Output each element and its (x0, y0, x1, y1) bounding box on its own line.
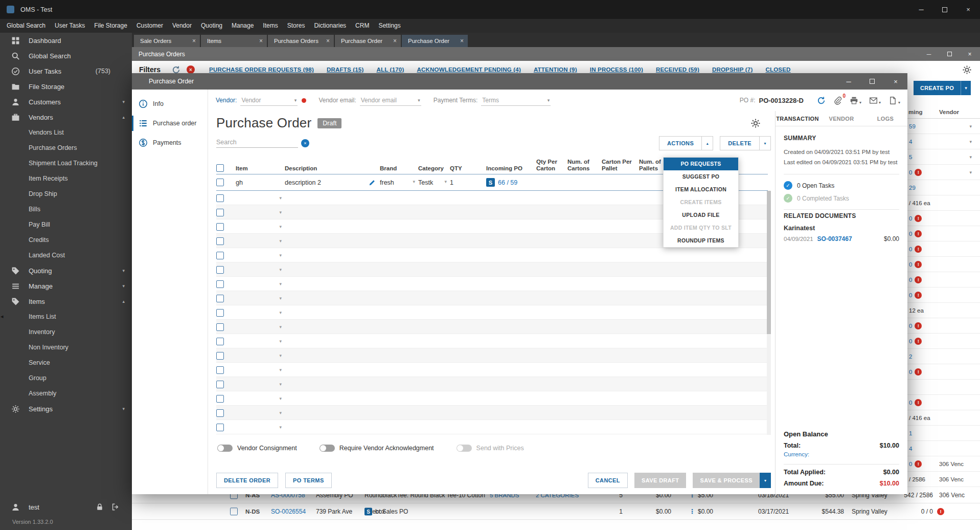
chevron-down-icon[interactable]: ▾ (413, 179, 415, 184)
chevron-down-icon[interactable]: ▾ (969, 139, 972, 144)
row-checkbox[interactable] (216, 366, 224, 374)
inner-close-button[interactable]: × (960, 47, 980, 61)
vendor-email-input[interactable]: Vendor email ▾ (360, 95, 421, 106)
menu-settings[interactable]: Settings (374, 19, 405, 33)
tab-close-icon[interactable]: × (259, 37, 263, 45)
sidebar-item-quoting[interactable]: Quoting▾ (0, 263, 132, 278)
panel-tab-logs[interactable]: LOGS (863, 111, 907, 126)
row-checkbox[interactable] (216, 194, 224, 202)
table-settings-gear-icon[interactable] (962, 65, 972, 75)
actions-button[interactable]: ACTIONS ▴ (659, 136, 713, 150)
row-quantity[interactable]: 2 (909, 354, 912, 360)
table-scrollbar[interactable] (767, 191, 771, 435)
export-button[interactable]: ▾ (888, 96, 900, 105)
filter-acknowledgement-pending-4[interactable]: ACKNOWLEDGEMENT PENDING (4) (417, 67, 520, 73)
sidebar-item-service[interactable]: Service (0, 355, 132, 370)
menu-global-search[interactable]: Global Search (2, 19, 50, 33)
clear-search-icon[interactable]: × (301, 139, 309, 147)
row-checkbox[interactable] (216, 409, 224, 417)
row-checkbox[interactable] (216, 395, 224, 403)
po-settings-gear-icon[interactable] (750, 118, 761, 128)
sidebar-item-global-search[interactable]: Global Search (0, 48, 132, 63)
sidebar-item-items-list[interactable]: Items List (0, 309, 132, 324)
chevron-down-icon[interactable]: ▾ (969, 154, 972, 160)
window-minimize-button[interactable]: ─ (909, 0, 933, 19)
chevron-down-icon[interactable]: ▾ (759, 137, 770, 150)
row-quantity[interactable]: 0 (909, 261, 912, 268)
filter-closed[interactable]: CLOSED (765, 67, 790, 73)
chevron-down-icon[interactable]: ▾ (279, 296, 282, 301)
row-quantity[interactable]: 4 (909, 139, 912, 145)
sidebar-item-dashboard[interactable]: Dashboard (0, 33, 132, 48)
menu-user-tasks[interactable]: User Tasks (50, 19, 89, 33)
row-quantity[interactable]: 0 (909, 277, 912, 283)
item-select-cell[interactable]: ▾ (236, 310, 285, 315)
filter-dropship-7[interactable]: DROPSHIP (7) (712, 67, 753, 73)
clear-filters-icon[interactable]: × (187, 65, 195, 74)
save-draft-button[interactable]: SAVE DRAFT (634, 473, 686, 488)
checkbox[interactable] (230, 507, 238, 515)
tab-close-icon[interactable]: × (393, 37, 397, 45)
row-quantity[interactable]: 0 (909, 461, 912, 467)
chevron-down-icon[interactable]: ▾ (760, 473, 771, 488)
modal-nav-payments[interactable]: Payments (132, 133, 208, 152)
row-checkbox[interactable] (216, 179, 224, 186)
sidebar-item-manage[interactable]: Manage▾ (0, 278, 132, 294)
panel-tab-vendor[interactable]: VENDOR (819, 111, 863, 126)
item-select-cell[interactable]: ▾ (236, 324, 285, 329)
modal-nav-purchase-order[interactable]: Purchase order (132, 114, 208, 133)
chevron-down-icon[interactable]: ▾ (279, 339, 282, 344)
chevron-down-icon[interactable]: ▾ (444, 179, 447, 184)
sidebar-item-vendors-list[interactable]: Vendors List (0, 125, 132, 140)
delete-order-button[interactable]: DELETE ORDER (216, 473, 278, 488)
email-button[interactable]: ▾ (869, 96, 881, 105)
row-checkbox[interactable] (216, 280, 224, 288)
chevron-down-icon[interactable]: ▾ (969, 124, 972, 129)
menu-file-storage[interactable]: File Storage (89, 19, 132, 33)
row-quantity[interactable]: 0 (909, 369, 912, 375)
chevron-down-icon[interactable]: ▾ (279, 310, 282, 315)
row-quantity[interactable]: 0 (909, 215, 912, 222)
row-quantity[interactable]: 59 (909, 123, 916, 129)
menu-option-po-requests[interactable]: PO REQUESTS (664, 158, 738, 170)
modal-nav-info[interactable]: Info (132, 94, 208, 114)
category-select[interactable]: Testk▾ (418, 179, 450, 186)
row-checkbox[interactable] (216, 209, 224, 216)
row-quantity[interactable]: 0 (909, 292, 912, 298)
chevron-down-icon[interactable]: ▾ (279, 210, 282, 215)
menu-quoting[interactable]: Quoting (196, 19, 227, 33)
chevron-down-icon[interactable]: ▾ (279, 253, 282, 258)
row-quantity[interactable]: 29 (909, 185, 916, 191)
sidebar-collapse-arrow[interactable]: ◂ (1, 313, 4, 320)
window-maximize-button[interactable] (933, 0, 956, 19)
item-select-cell[interactable]: ▾ (236, 382, 285, 387)
filter-drafts-15[interactable]: DRAFTS (15) (327, 67, 363, 73)
item-select-cell[interactable]: ▾ (236, 425, 285, 430)
tab-close-icon[interactable]: × (192, 37, 196, 45)
menu-items[interactable]: Items (258, 19, 282, 33)
menu-option-roundup-items[interactable]: ROUNDUP ITEMS (664, 234, 738, 247)
print-button[interactable]: ▾ (850, 96, 861, 105)
toggle-switch[interactable] (320, 445, 335, 452)
window-close-button[interactable]: × (956, 0, 980, 19)
toggle-switch[interactable] (457, 445, 472, 452)
chevron-down-icon[interactable]: ▾ (279, 224, 282, 229)
tab-purchase-order-4[interactable]: Purchase Order× (402, 35, 468, 47)
completed-tasks-row[interactable]: ✓ 0 Completed Tasks (784, 194, 899, 203)
menu-vendor[interactable]: Vendor (168, 19, 196, 33)
item-select-cell[interactable]: ▾ (236, 339, 285, 344)
modal-header[interactable]: Purchase Order ─ × (132, 73, 907, 90)
row-checkbox[interactable] (216, 424, 224, 431)
refresh-button[interactable] (817, 96, 826, 105)
inner-maximize-button[interactable] (939, 47, 960, 61)
modal-maximize-button[interactable] (860, 73, 884, 90)
user-row[interactable]: test (0, 499, 132, 515)
tab-purchase-orders-2[interactable]: Purchase Orders× (268, 35, 334, 47)
related-document-link[interactable]: SO-0037467 (817, 235, 852, 242)
chevron-down-icon[interactable]: ▾ (279, 267, 282, 272)
menu-option-item-allocation[interactable]: ITEM ALLOCATION (664, 183, 738, 196)
sidebar-item-non-inventory[interactable]: Non Inventory (0, 340, 132, 355)
row-checkbox[interactable] (216, 309, 224, 317)
row-quantity[interactable]: 1 (909, 430, 912, 436)
item-select-cell[interactable]: ▾ (236, 410, 285, 415)
